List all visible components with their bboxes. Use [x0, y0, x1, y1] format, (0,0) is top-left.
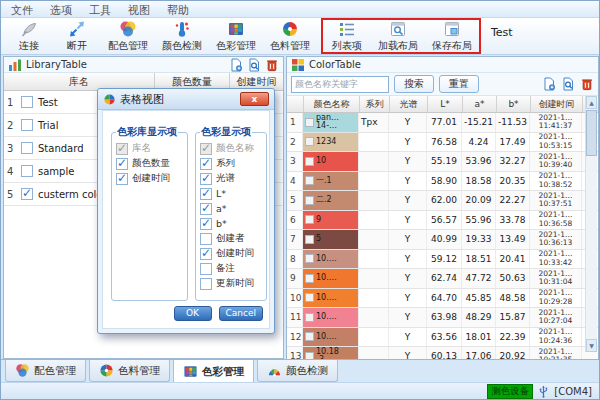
- table-row[interactable]: 6 9 Y 56.57 55.96 33.78 2021-1… 10:36:58: [287, 211, 598, 231]
- new-doc-icon[interactable]: [542, 77, 556, 91]
- option-checkbox[interactable]: [200, 188, 212, 200]
- checkbox-option[interactable]: 光谱: [200, 171, 262, 186]
- menu-item[interactable]: 选项: [50, 3, 72, 17]
- option-checkbox[interactable]: [200, 173, 212, 185]
- menu-item[interactable]: 视图: [128, 3, 150, 17]
- column-header[interactable]: 系列: [360, 96, 390, 112]
- option-checkbox[interactable]: [200, 203, 212, 215]
- column-header[interactable]: b*: [497, 96, 531, 112]
- table-row[interactable]: 11 10.… Y 63.98 48.29 15.87 2021-1… 10:2…: [287, 308, 598, 328]
- toolbar-button[interactable]: 色彩管理: [209, 19, 263, 53]
- toolbar-button[interactable]: 色料管理: [263, 19, 317, 53]
- bottom-tab[interactable]: 颜色检测: [257, 360, 338, 382]
- table-row[interactable]: 3 10 Y 55.19 53.96 32.27 2021-1… 10:39:4…: [287, 152, 598, 172]
- menu-item[interactable]: 文件: [11, 3, 33, 17]
- menu-item[interactable]: 帮助: [167, 3, 189, 17]
- table-row[interactable]: 4 一.1 Y 58.90 18.58 20.35 2021-1… 10:38:…: [287, 172, 598, 192]
- search-button[interactable]: 搜索: [394, 75, 434, 93]
- column-header[interactable]: 光谱: [390, 96, 428, 112]
- checkbox-option[interactable]: 创建时间: [116, 171, 183, 186]
- color-swatch[interactable]: 10.…: [303, 269, 359, 288]
- toolbar-button[interactable]: 配色管理: [101, 19, 155, 53]
- row-checkbox[interactable]: [21, 165, 33, 177]
- table-row[interactable]: 7 5 Y 40.99 19.33 13.49 2021-1… 10:36:13: [287, 230, 598, 250]
- checkbox-option[interactable]: 备注: [200, 261, 262, 276]
- table-row[interactable]: 1 pan… 14-… Tpx Y 77.01 -15.21 -11.53 20…: [287, 113, 598, 133]
- option-checkbox[interactable]: [200, 263, 212, 275]
- vertical-scrollbar[interactable]: ▲ ▼: [585, 96, 597, 352]
- row-checkbox[interactable]: [305, 235, 314, 244]
- column-header[interactable]: 颜色名称: [304, 96, 360, 112]
- table-row[interactable]: 2 1234 Y 76.58 4.24 17.49 2021-1… 10:53:…: [287, 133, 598, 153]
- checkbox-option[interactable]: a*: [200, 201, 262, 216]
- toolbar-button[interactable]: 保存布局: [425, 19, 479, 53]
- option-checkbox[interactable]: [116, 143, 128, 155]
- color-swatch[interactable]: 10.…: [303, 289, 359, 308]
- toolbar-button[interactable]: 断开: [53, 19, 101, 53]
- row-checkbox[interactable]: [305, 137, 314, 146]
- search-doc-icon[interactable]: [247, 58, 261, 72]
- scroll-up-icon[interactable]: ▲: [586, 96, 597, 109]
- checkbox-option[interactable]: 创建时间: [200, 246, 262, 261]
- color-swatch[interactable]: 10.…: [303, 308, 359, 327]
- row-checkbox[interactable]: [305, 176, 314, 185]
- color-swatch[interactable]: 9: [303, 211, 359, 230]
- table-row[interactable]: 8 10.… Y 59.12 18.51 20.41 2021-1… 10:33…: [287, 250, 598, 270]
- row-checkbox[interactable]: [305, 332, 314, 341]
- option-checkbox[interactable]: [200, 158, 212, 170]
- color-swatch[interactable]: pan… 14-…: [303, 113, 359, 132]
- row-checkbox[interactable]: [305, 118, 314, 127]
- checkbox-option[interactable]: 库名: [116, 141, 183, 156]
- color-swatch[interactable]: 10: [303, 152, 359, 171]
- row-checkbox[interactable]: [305, 274, 314, 283]
- table-row[interactable]: 12 10.… Y 63.56 18.01 22.39 2021-1… 10:2…: [287, 328, 598, 348]
- checkbox-option[interactable]: 颜色数量: [116, 156, 183, 171]
- color-swatch[interactable]: 二.2: [303, 191, 359, 210]
- toolbar-button[interactable]: 连接: [5, 19, 53, 53]
- option-checkbox[interactable]: [116, 158, 128, 170]
- checkbox-option[interactable]: 颜色名称: [200, 141, 262, 156]
- cancel-button[interactable]: Cancel: [219, 306, 264, 321]
- option-checkbox[interactable]: [200, 218, 212, 230]
- row-checkbox[interactable]: [21, 188, 33, 200]
- toolbar-button[interactable]: 加载布局: [371, 19, 425, 53]
- close-icon[interactable]: x: [240, 92, 269, 106]
- row-checkbox[interactable]: [305, 196, 314, 205]
- bottom-tab[interactable]: 色料管理: [89, 360, 170, 382]
- checkbox-option[interactable]: 更新时间: [200, 276, 262, 291]
- row-checkbox[interactable]: [305, 293, 314, 302]
- menu-item[interactable]: 工具: [89, 3, 111, 17]
- toolbar-button[interactable]: 列表项: [323, 19, 371, 53]
- color-swatch[interactable]: 一.1: [303, 172, 359, 191]
- checkbox-option[interactable]: L*: [200, 186, 262, 201]
- checkbox-option[interactable]: 创建者: [200, 231, 262, 246]
- column-header[interactable]: L*: [428, 96, 463, 112]
- search-input[interactable]: [291, 76, 389, 93]
- option-checkbox[interactable]: [116, 173, 128, 185]
- scrollbar-thumb[interactable]: [586, 110, 597, 156]
- scroll-down-icon[interactable]: ▼: [586, 339, 597, 352]
- color-swatch[interactable]: 10.…: [303, 250, 359, 269]
- table-row[interactable]: 9 10.… Y 62.74 47.72 50.63 2021-1… 10:31…: [287, 269, 598, 289]
- dialog-title-bar[interactable]: 表格视图 x: [98, 89, 274, 110]
- ok-button[interactable]: OK: [174, 306, 212, 321]
- row-checkbox[interactable]: [305, 215, 314, 224]
- column-header[interactable]: 创建时间: [531, 96, 583, 112]
- row-checkbox[interactable]: [305, 254, 314, 263]
- option-checkbox[interactable]: [200, 278, 212, 290]
- bottom-tab[interactable]: 配色管理: [5, 360, 86, 382]
- new-doc-icon[interactable]: [229, 58, 243, 72]
- toolbar-button[interactable]: 颜色检测: [155, 19, 209, 53]
- row-checkbox[interactable]: [305, 157, 314, 166]
- color-swatch[interactable]: 5: [303, 230, 359, 249]
- column-header[interactable]: a*: [463, 96, 497, 112]
- option-checkbox[interactable]: [200, 143, 212, 155]
- color-swatch[interactable]: 10.…: [303, 328, 359, 347]
- bottom-tab[interactable]: 色彩管理: [173, 360, 254, 384]
- search-doc-icon[interactable]: [561, 77, 575, 91]
- row-checkbox[interactable]: [21, 96, 33, 108]
- row-checkbox[interactable]: [305, 313, 314, 322]
- reset-button[interactable]: 重置: [439, 75, 479, 93]
- checkbox-option[interactable]: 系列: [200, 156, 262, 171]
- row-checkbox[interactable]: [21, 119, 33, 131]
